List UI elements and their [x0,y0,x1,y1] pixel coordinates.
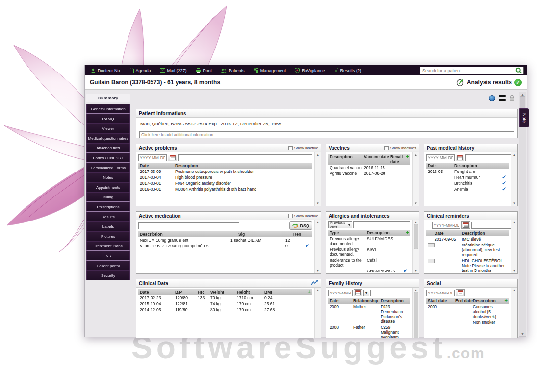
panel-scrollbar[interactable]: ▲▼ [314,220,321,273]
scroll-up-icon[interactable]: ▲ [316,221,319,224]
table-row[interactable]: 2017-03-04 High blood pressure [138,174,312,180]
calendar-button[interactable] [456,154,464,161]
sidebar-item-summary[interactable]: Summary [86,94,130,102]
table-row[interactable]: Previous allergy documented. KIWI ✔ [328,246,410,257]
lock-icon[interactable] [509,95,515,101]
table-row[interactable]: 2017-02-23 120/80 133 70 kg 1710 cm 0.24 [138,295,312,301]
table-row[interactable]: 2017-03-01 F064 Organic anxiety disorder [138,180,312,186]
table-row[interactable]: 2017-03-09 Postmeno osteoporosis w path … [138,169,312,174]
date-input[interactable] [328,290,353,296]
add-button[interactable]: + [308,290,311,294]
add-button[interactable]: + [406,154,409,159]
sidebar-item[interactable]: Results [86,212,130,221]
menu-item-results[interactable]: Results (2) [334,68,362,73]
date-input[interactable] [138,154,167,161]
table-row[interactable]: 2008 Father C259 Malignant neoplasm panc… [328,324,410,338]
menu-item-patients[interactable]: Patients [221,68,245,73]
panel-scrollbar[interactable]: ▲▼ [511,152,517,206]
graph-button[interactable] [311,279,318,288]
sidebar-item[interactable]: Pictures [86,231,130,241]
scroll-down-icon[interactable]: ▼ [414,270,417,272]
table-row[interactable]: créatinine sérique (abnormal), new test … [426,242,509,258]
panel-scrollbar[interactable]: ▲▼ [412,152,419,206]
table-row[interactable]: Intolerance to the product. Cefzil ✔ [328,257,410,268]
checkbox-icon[interactable] [288,146,293,150]
confirmed-check-icon[interactable]: ✔ [500,181,508,186]
table-row[interactable]: 2009 Mother F023 Dementia in Parkinson's… [328,304,410,324]
sidebar-item[interactable]: Security [86,270,130,280]
calendar-button[interactable] [354,289,362,296]
confirmed-check-icon[interactable]: ✔ [303,244,311,248]
calendar-button[interactable] [461,221,470,229]
sidebar-item[interactable]: INR [86,251,130,261]
scrollbar-thumb[interactable] [414,224,418,249]
scroll-down-icon[interactable]: ▼ [414,202,417,205]
show-inactives-toggle[interactable]: Show inactives [384,146,416,150]
menu-item-rxvigilance[interactable]: RxVigilance [295,68,325,73]
confirmed-check-icon[interactable]: ✔ [402,269,409,273]
sidebar-item[interactable]: Appointments [86,182,130,192]
scroll-up-icon[interactable]: ▲ [513,221,516,224]
analysis-icon[interactable] [456,78,464,87]
table-row[interactable]: CHAMPIGNON ✔ [328,268,410,274]
table-row[interactable]: Quadracel vaccin 2016-11-15 [328,165,410,171]
scroll-down-icon[interactable]: ▼ [521,332,524,336]
add-button[interactable]: + [505,298,508,303]
scroll-up-icon[interactable]: ▲ [521,93,524,96]
table-row[interactable]: Agriflu vaccine 2017-08-28 [328,171,410,176]
note-tab[interactable]: Note [519,108,529,127]
sidebar-item[interactable]: Labels [86,221,130,231]
table-row[interactable]: NexIUM 10mg granule ent. 1 sachet DIE AM… [138,237,312,243]
table-row[interactable]: Non smoker [426,319,509,325]
social-input[interactable] [476,290,509,296]
sidebar-item[interactable]: General information [86,104,130,114]
scroll-down-icon[interactable]: ▼ [513,270,516,272]
table-row[interactable]: 2016-03-01 M0084 Arthritis polyarthritis… [138,186,312,192]
add-button[interactable]: + [406,230,409,235]
table-row[interactable]: 2016-05 Fx right arm ✔ [426,169,509,174]
menu-item-print[interactable]: Print [196,68,212,73]
confirmed-check-icon[interactable]: ✔ [500,187,508,192]
sidebar-item[interactable]: Treatment Plans [86,241,130,251]
panel-scrollbar[interactable]: ▲▼ [314,152,321,206]
confirmed-check-icon[interactable]: ✔ [500,175,508,180]
scroll-up-icon[interactable]: ▲ [316,153,319,156]
table-row[interactable]: 2015-10-04 122/81 74 kg 170 cm 25.61 [138,301,312,307]
calendar-button[interactable] [168,154,177,161]
sidebar-item[interactable]: Attached files [86,143,130,153]
panel-scrollbar[interactable]: ▲▼ [511,220,517,273]
scroll-up-icon[interactable]: ▲ [414,153,417,156]
sidebar-item[interactable]: Medical questionnaires [86,133,130,143]
table-row[interactable]: HDL-CHOLESTÉROL Note:Please to another t… [426,258,509,273]
scroll-down-icon[interactable]: ▼ [316,202,319,205]
sidebar-item[interactable]: Billing [86,192,130,202]
allergy-type-select[interactable]: Previous aller▾ [328,221,352,228]
table-row[interactable]: 2014-12-05 119/80 80 kg 170 cm 27.68 [138,307,312,313]
sidebar-item[interactable]: Patient portal [86,261,130,270]
additional-info-input[interactable] [139,131,514,139]
sidebar-item[interactable]: Notes [86,172,130,182]
menu-item-mail[interactable]: Mail (227) [160,68,187,73]
menu-item-docteur[interactable]: Docteur No [91,68,120,73]
calendar-button[interactable] [456,289,465,296]
problem-input[interactable] [178,154,312,161]
show-inactive-toggle[interactable]: Show inactive [288,214,318,218]
content-scrollbar[interactable]: ▲ ▼ [519,92,526,337]
date-input[interactable] [432,222,460,229]
menu-item-management[interactable]: Management [254,68,286,73]
panel-scrollbar[interactable]: ▲▼ [314,288,321,338]
scroll-up-icon[interactable]: ▲ [513,153,516,156]
search-icon[interactable] [515,67,522,74]
reminder-checkbox[interactable] [428,259,435,263]
scrollbar-thumb[interactable] [414,292,418,338]
show-inactive-toggle[interactable]: Show inactive [288,146,318,150]
panel-scrollbar[interactable]: ▲▼ [511,288,517,338]
table-row[interactable]: Anemia ✔ [426,186,509,192]
dsq-button[interactable]: DSQ [289,221,312,230]
date-input[interactable] [426,290,455,296]
table-row[interactable]: 2017-09-05 IMC élevé [426,236,509,242]
sidebar-item[interactable]: Viewer [86,123,130,133]
panel-scrollbar[interactable]: ▲▼ [412,288,419,338]
scroll-down-icon[interactable]: ▼ [316,270,319,272]
scroll-down-icon[interactable]: ▼ [513,202,516,205]
